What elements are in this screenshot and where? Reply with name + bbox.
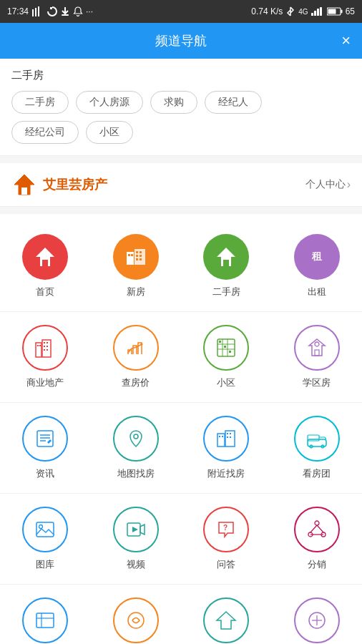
menu-item-mapfind[interactable]: 地图找房 <box>91 409 182 487</box>
brand-section: 艾里芸房产 个人中心 › <box>0 163 362 207</box>
svg-rect-61 <box>230 436 231 438</box>
video-icon <box>113 507 159 552</box>
grid-row-1: 首页 新房 <box>0 221 362 312</box>
mapfind-icon <box>113 416 159 462</box>
gallery-label: 图库 <box>36 558 54 571</box>
ershougong-section: 二手房 二手房 个人房源 求购 经纪人 经纪公司 小区 <box>0 59 362 156</box>
menu-item-more2[interactable] <box>91 590 182 644</box>
menu-item-nearbyfind[interactable]: 附近找房 <box>181 409 272 487</box>
tag-row-2: 经纪公司 小区 <box>11 121 351 144</box>
svg-rect-49 <box>37 431 53 447</box>
tag-jingji[interactable]: 经纪人 <box>205 91 262 114</box>
menu-item-more4[interactable] <box>272 590 363 644</box>
svg-rect-6 <box>317 9 319 16</box>
menu-item-distribution[interactable]: 分销 <box>272 499 363 578</box>
svg-rect-43 <box>219 341 221 343</box>
personal-center-button[interactable]: 个人中心 › <box>305 178 351 191</box>
network-speed: 0.74 K/s <box>251 6 283 16</box>
time: 17:34 <box>7 6 29 16</box>
svg-rect-7 <box>320 7 322 16</box>
grid-row-5 <box>0 585 362 644</box>
menu-item-news[interactable]: 资讯 <box>0 409 91 487</box>
menu-item-qa[interactable]: ? 问答 <box>181 499 272 578</box>
svg-rect-10 <box>328 9 336 14</box>
bluetooth-icon <box>285 6 295 16</box>
svg-point-47 <box>315 342 319 346</box>
menu-item-checkprice[interactable]: 查房价 <box>91 318 182 396</box>
svg-rect-3 <box>62 14 69 16</box>
tag-jingjicompany[interactable]: 经纪公司 <box>11 121 79 144</box>
homepage-icon <box>22 234 68 280</box>
qa-label: 问答 <box>217 558 235 571</box>
more4-icon <box>294 597 340 643</box>
svg-rect-18 <box>131 254 133 256</box>
svg-rect-2 <box>38 6 39 16</box>
nearbyfind-label: 附近找房 <box>207 467 245 480</box>
svg-rect-5 <box>314 11 316 16</box>
svg-rect-35 <box>44 349 45 351</box>
qa-icon: ? <box>203 507 249 552</box>
bell-icon <box>73 6 83 16</box>
news-label: 资讯 <box>36 467 54 480</box>
svg-rect-60 <box>227 436 228 438</box>
brand-logo-icon <box>11 172 37 197</box>
distribution-label: 分销 <box>308 558 326 571</box>
tag-qiugou[interactable]: 求购 <box>150 91 197 114</box>
menu-item-newhouse[interactable]: 新房 <box>91 227 182 306</box>
secondhand-label: 二手房 <box>212 286 240 298</box>
menu-item-housegroup[interactable]: 看房团 <box>272 409 363 487</box>
menu-item-secondhand[interactable]: 二手房 <box>181 227 272 306</box>
close-button[interactable]: × <box>341 31 351 50</box>
svg-rect-29 <box>37 345 39 346</box>
housegroup-label: 看房团 <box>303 467 331 480</box>
menu-item-community[interactable]: 小区 <box>181 318 272 396</box>
menu-item-commercial[interactable]: 商业地产 <box>0 318 91 396</box>
svg-rect-57 <box>222 436 223 437</box>
header-title: 频道导航 <box>155 32 207 49</box>
svg-rect-44 <box>224 346 226 348</box>
menu-item-homepage[interactable]: 首页 <box>0 227 91 306</box>
svg-marker-69 <box>140 525 145 535</box>
tag-geren[interactable]: 个人房源 <box>76 91 143 114</box>
svg-rect-21 <box>136 255 138 257</box>
dots: ··· <box>86 6 93 16</box>
menu-item-gallery[interactable]: 图库 <box>0 499 91 578</box>
video-label: 视频 <box>127 558 145 571</box>
chevron-right-icon: › <box>347 178 351 191</box>
distribution-icon <box>294 507 340 552</box>
more2-icon <box>113 597 159 643</box>
status-bar: 17:34 ··· 0.74 K/s 4G 65 <box>0 0 362 23</box>
tag-xiaoqu[interactable]: 小区 <box>86 121 133 144</box>
mapfind-label: 地图找房 <box>117 467 155 480</box>
svg-point-37 <box>140 343 142 346</box>
menu-item-video[interactable]: 视频 <box>91 499 182 578</box>
menu-item-more3[interactable] <box>181 590 272 644</box>
svg-rect-12 <box>21 187 27 195</box>
schoolhouse-icon <box>294 325 340 371</box>
menu-item-more1[interactable] <box>0 590 91 644</box>
svg-rect-23 <box>136 258 138 260</box>
battery-pct: 65 <box>346 6 355 16</box>
menu-item-schoolhouse[interactable]: 学区房 <box>272 318 363 396</box>
tag-row: 二手房 个人房源 求购 经纪人 <box>11 91 351 114</box>
svg-rect-26 <box>223 260 229 266</box>
personal-center-label: 个人中心 <box>305 178 346 191</box>
menu-item-rent[interactable]: 租 出租 <box>272 227 363 306</box>
more1-icon <box>22 597 68 643</box>
commercial-icon <box>22 325 68 371</box>
svg-point-81 <box>128 613 144 628</box>
newhouse-icon <box>113 234 159 280</box>
homepage-label: 首页 <box>36 286 54 298</box>
svg-text:?: ? <box>223 524 228 532</box>
svg-line-76 <box>317 525 323 532</box>
rent-icon: 租 <box>294 234 340 280</box>
signal-4g: 4G <box>298 8 308 16</box>
svg-rect-33 <box>44 346 45 347</box>
newhouse-label: 新房 <box>127 286 145 298</box>
tag-ershougong[interactable]: 二手房 <box>11 91 69 114</box>
svg-rect-32 <box>47 342 48 343</box>
svg-rect-15 <box>127 252 134 265</box>
svg-rect-14 <box>42 260 48 266</box>
refresh-icon <box>47 6 57 16</box>
rent-label: 出租 <box>308 286 326 298</box>
